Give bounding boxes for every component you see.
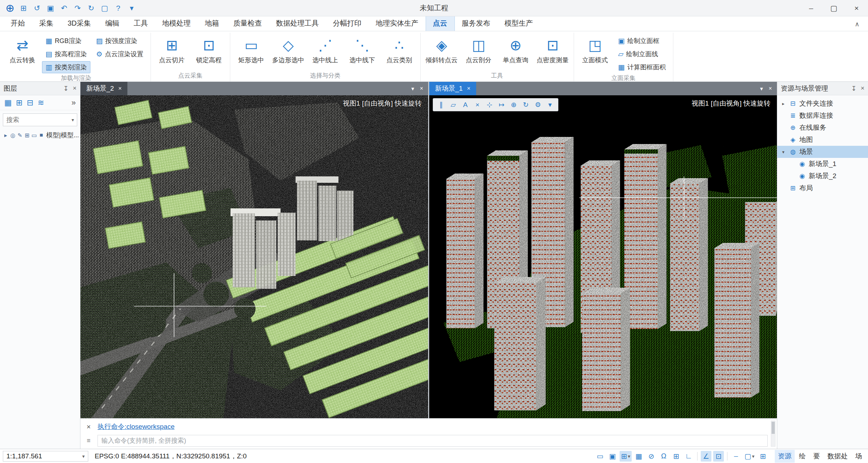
panel-tab-resources[interactable]: 资源	[775, 450, 795, 463]
ribbon-tab-terrain-processing[interactable]: 地模处理	[155, 16, 198, 31]
command-menu-icon[interactable]: ≡	[84, 437, 93, 445]
ribbon-tab-tools[interactable]: 工具	[127, 16, 155, 31]
snap-line-icon[interactable]: ↦	[496, 100, 507, 110]
measure-angle-icon[interactable]: ∠	[701, 451, 711, 462]
oblique-to-pointcloud-button[interactable]: ◈倾斜转点云	[424, 33, 459, 65]
model-chip-icon[interactable]: ■	[38, 132, 45, 139]
add-group-icon[interactable]: ⊞	[16, 98, 22, 107]
tree-item-online-service[interactable]: ⊕在线服务	[777, 122, 868, 134]
select-tool-icon[interactable]: ▱	[448, 100, 459, 110]
tree-expander-icon[interactable]: ▾	[780, 149, 787, 155]
pin-icon[interactable]: ↧	[63, 85, 68, 92]
point-cloud-class-button[interactable]: ∴点云类别	[382, 33, 417, 65]
search-dropdown-icon[interactable]: ▾	[69, 117, 77, 123]
command-close-icon[interactable]: ×	[84, 423, 93, 431]
attribute-table-icon[interactable]: ⊞	[671, 451, 682, 462]
edit-icon[interactable]: ✎	[16, 132, 23, 139]
capture-icon[interactable]: ▢	[98, 2, 111, 15]
maximize-button[interactable]: ▢	[822, 0, 845, 16]
toolbar-more-icon[interactable]: »	[72, 98, 76, 107]
category-render-button[interactable]: ▥按类别渲染	[42, 61, 90, 73]
collapse-ribbon-icon[interactable]: ∧	[855, 20, 864, 31]
tree-item-database-connection[interactable]: ≣数据库连接	[777, 110, 868, 122]
ribbon-tab-edit[interactable]: 编辑	[98, 16, 127, 31]
ribbon-tab-collect[interactable]: 采集	[32, 16, 61, 31]
ribbon-tab-point-cloud[interactable]: 点云	[426, 15, 455, 31]
vp-close-icon[interactable]: ×	[769, 85, 772, 92]
scale-combobox[interactable]: 1:1,187.561 ▾	[3, 451, 88, 462]
tree-item-new-scene-1[interactable]: ◉新场景_1	[777, 158, 868, 170]
ribbon-tab-sheet-printing[interactable]: 分幅打印	[326, 16, 369, 31]
layer-item[interactable]: ▸◎✎⊞▭■ 模型|模型...	[0, 129, 80, 141]
undo-icon[interactable]: ↶	[58, 2, 70, 15]
tree-item-layout[interactable]: ⊞布局	[777, 182, 868, 194]
save-icon[interactable]: ▣	[44, 2, 57, 15]
ribbon-tab-geo-entity-production[interactable]: 地理实体生产	[369, 16, 426, 31]
vp-close-icon[interactable]: ×	[420, 85, 423, 92]
disable-draw-icon[interactable]: ⊘	[646, 451, 657, 462]
panel-tab-draw[interactable]: 绘	[796, 450, 809, 463]
vp-menu-icon[interactable]: ▾	[411, 85, 414, 92]
revert-icon[interactable]: ↺	[31, 2, 43, 15]
layout-grid-icon[interactable]: ⊞	[758, 451, 768, 462]
panel-tab-features[interactable]: 要	[810, 450, 823, 463]
tree-item-folder-connection[interactable]: ▸⊟文件夹连接	[777, 97, 868, 110]
workspace-manager-icon[interactable]: ⊞	[17, 2, 30, 15]
tree-expander-icon[interactable]: ▸	[780, 101, 787, 106]
select-below-line-button[interactable]: ⋱选中线下	[345, 33, 380, 65]
scene-canvas-right[interactable]: ∥▱A×⊹↦⊕↻⚙▾ 视图1 [自由视角] 快速旋转	[429, 95, 777, 418]
ribbon-tab-start[interactable]: 开始	[4, 16, 32, 31]
parallel-draw-icon[interactable]: ∥	[436, 100, 447, 110]
workspace-grid-icon[interactable]: ⊞▾	[620, 451, 632, 462]
ribbon-tab-cadastre[interactable]: 地籍	[198, 16, 226, 31]
compute-frame-area-button[interactable]: ▦计算图框面积	[615, 61, 669, 73]
tree-item-new-scene-2[interactable]: ◉新场景_2	[777, 170, 868, 182]
copy-map-icon[interactable]: ▣	[607, 451, 618, 462]
draw-facade-frame-button[interactable]: ▣绘制立面框	[615, 35, 669, 47]
tree-item-scene[interactable]: ▾◍场景	[777, 146, 868, 158]
render-settings-button[interactable]: ⚙点云渲染设置	[93, 48, 147, 60]
command-input[interactable]	[98, 435, 768, 447]
corner-snap-icon[interactable]: ∟	[683, 451, 694, 462]
select-frame-icon[interactable]: ▭	[595, 451, 605, 462]
expander-icon[interactable]: ▸	[2, 132, 9, 139]
scene-canvas-left[interactable]: 视图1 [自由视角] 快速旋转	[80, 95, 428, 418]
scale-dropdown-icon[interactable]: ▾	[82, 453, 85, 459]
help-icon[interactable]: ?	[112, 2, 125, 15]
ribbon-tab-service-publishing[interactable]: 服务发布	[455, 16, 498, 31]
rotate-tool-icon[interactable]: ↻	[520, 100, 531, 110]
elevation-render-button[interactable]: ▤按高程渲染	[42, 48, 90, 60]
draw-facade-line-button[interactable]: ▱绘制立面线	[615, 48, 669, 60]
lasso-capture-icon[interactable]: Ω	[658, 451, 669, 462]
rgb-render-button[interactable]: ▦RGB渲染	[42, 35, 90, 47]
lock-elevation-button[interactable]: ⊡锁定高程	[191, 33, 226, 65]
close-panel-icon[interactable]: ×	[861, 85, 864, 92]
ribbon-tab-quality-check[interactable]: 质量检查	[226, 16, 269, 31]
facade-mode-button[interactable]: ◳立面模式	[578, 33, 612, 65]
select-above-line-button[interactable]: ⋰选中线上	[308, 33, 343, 65]
pin-icon[interactable]: ↧	[851, 85, 856, 92]
ribbon-tab-collect-3d[interactable]: 3D采集	[61, 16, 98, 31]
panel-tab-data-processing[interactable]: 数据处	[824, 450, 851, 463]
point-cloud-convert-button[interactable]: ⇄点云转换	[5, 33, 40, 65]
command-scrollbar[interactable]	[771, 421, 775, 447]
ribbon-tab-model-production[interactable]: 模型生产	[498, 16, 540, 31]
vp-tab-new-scene-2[interactable]: 新场景_2 ×	[80, 82, 127, 95]
redo-icon[interactable]: ↷	[71, 2, 84, 15]
snap-point-icon[interactable]: ⊹	[484, 100, 495, 110]
refresh-icon[interactable]: ↻	[85, 2, 98, 15]
point-cloud-slice-button[interactable]: ⊞点云切片	[154, 33, 189, 65]
layer-order-icon[interactable]: ≋	[38, 98, 44, 107]
window-mode-icon[interactable]: ▢▾	[743, 451, 756, 462]
ribbon-tab-data-processing-tools[interactable]: 数据处理工具	[269, 16, 326, 31]
add-layer-icon[interactable]: ⊟	[27, 98, 33, 107]
close-button[interactable]: ×	[845, 0, 868, 16]
polygon-select-button[interactable]: ◇多边形选中	[271, 33, 306, 65]
delete-tool-icon[interactable]: ×	[472, 100, 483, 110]
search-input[interactable]	[3, 116, 69, 124]
vp-menu-icon[interactable]: ▾	[760, 85, 763, 92]
intensity-render-button[interactable]: ▨按强度渲染	[93, 35, 147, 47]
layer-stack-icon[interactable]: ▦	[4, 98, 12, 107]
close-panel-icon[interactable]: ×	[73, 85, 77, 92]
panel-tab-scene[interactable]: 场	[852, 450, 865, 463]
